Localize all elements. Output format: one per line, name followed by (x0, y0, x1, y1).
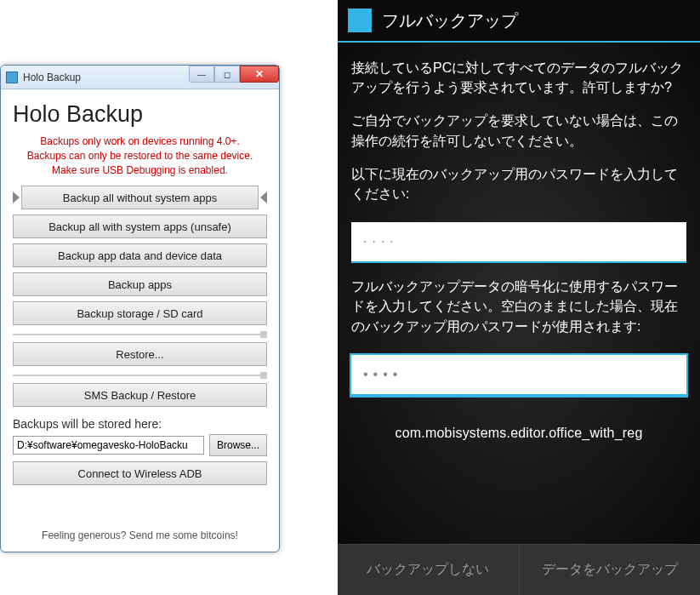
package-name: com.mobisystems.editor.office_with_reg (351, 423, 686, 443)
current-password-input[interactable] (351, 222, 686, 263)
dialog-paragraph: ご自分でバックアップを要求していない場合は、この操作の続行を許可しないでください… (351, 111, 686, 150)
backup-all-no-system-button[interactable]: Backup all without system apps (21, 186, 259, 209)
backup-appdata-device-button[interactable]: Backup app data and device data (13, 243, 267, 267)
footer-text: Feeling generous? Send me some bitcoins! (13, 529, 267, 545)
encryption-password-input[interactable] (351, 355, 686, 396)
warning-text: Backups only work on devices running 4.0… (13, 134, 267, 177)
app-title: Holo Backup (13, 101, 267, 128)
dialog-body: 接続しているPCに対してすべてのデータのフルバックアップを行うよう要求されていま… (338, 43, 700, 544)
close-button[interactable]: ✕ (240, 66, 279, 83)
encryption-password-label: フルバックアップデータの暗号化に使用するパスワードを入力してください。空白のまま… (351, 277, 686, 336)
storage-path-row: Browse... (13, 434, 267, 456)
chevron-right-icon (13, 192, 20, 203)
browse-button[interactable]: Browse... (209, 434, 267, 456)
window-client: Holo Backup Backups only work on devices… (1, 89, 279, 552)
divider (13, 375, 267, 376)
window-controls: — ◻ ✕ (189, 66, 279, 89)
warning-line: Make sure USB Debugging is enabled. (13, 163, 267, 178)
storage-path-input[interactable] (13, 436, 204, 455)
restore-button[interactable]: Restore... (13, 342, 267, 366)
app-icon (6, 72, 18, 83)
minimize-button[interactable]: — (189, 66, 214, 83)
chevron-left-icon (260, 192, 267, 203)
backup-storage-button[interactable]: Backup storage / SD card (13, 301, 267, 325)
warning-line: Backups can only be restored to the same… (13, 149, 267, 163)
divider (13, 334, 267, 335)
storage-path-label: Backups will be stored here: (13, 417, 267, 431)
backup-apps-button[interactable]: Backup apps (13, 272, 267, 296)
window-title: Holo Backup (23, 72, 189, 83)
dialog-header: フルバックアップ (338, 0, 700, 43)
dialog-paragraph: 接続しているPCに対してすべてのデータのフルバックアップを行うよう要求されていま… (351, 58, 686, 97)
connect-wireless-adb-button[interactable]: Connect to Wireless ADB (13, 461, 267, 485)
button-row: Backup all without system apps (13, 186, 267, 209)
backup-icon (348, 9, 372, 32)
holo-backup-window: Holo Backup — ◻ ✕ Holo Backup Backups on… (0, 65, 280, 552)
dialog-footer: バックアップしない データをバックアップ (338, 544, 700, 595)
sms-backup-restore-button[interactable]: SMS Backup / Restore (13, 383, 267, 407)
warning-line: Backups only work on devices running 4.0… (13, 134, 267, 149)
backup-all-with-system-button[interactable]: Backup all with system apps (unsafe) (13, 215, 267, 238)
dialog-title: フルバックアップ (382, 9, 518, 32)
deny-backup-button[interactable]: バックアップしない (338, 545, 520, 595)
current-password-label: 以下に現在のバックアップ用のパスワードを入力してください: (351, 164, 686, 203)
maximize-button[interactable]: ◻ (214, 66, 240, 83)
android-full-backup-dialog: フルバックアップ 接続しているPCに対してすべてのデータのフルバックアップを行う… (338, 0, 700, 595)
allow-backup-button[interactable]: データをバックアップ (520, 545, 701, 595)
titlebar[interactable]: Holo Backup — ◻ ✕ (1, 66, 279, 89)
